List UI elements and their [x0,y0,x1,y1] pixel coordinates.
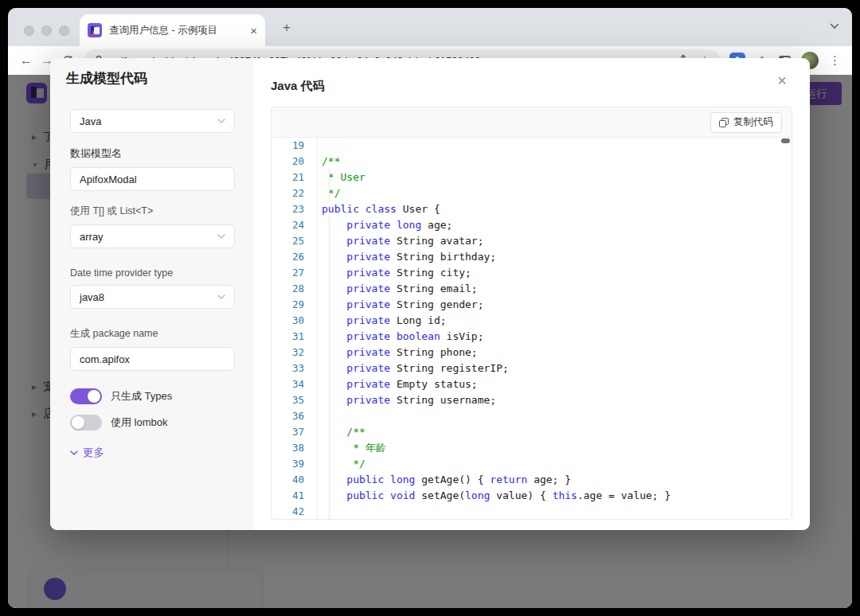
line-content: private String username; [318,392,792,408]
toggle-label: 使用 lombok [111,415,168,430]
window-controls[interactable] [24,25,69,36]
chevron-down-icon [217,234,225,239]
line-number: 26 [272,249,318,265]
copy-code-button[interactable]: 复制代码 [710,112,782,133]
line-content [318,504,792,519]
line-content [318,138,792,154]
code-line: 32 private String phone; [272,345,792,361]
line-content: private Long id; [318,313,792,329]
chevron-down-icon[interactable] [830,23,839,29]
array-type-select[interactable]: array [70,224,235,248]
line-number: 33 [272,361,318,376]
line-number: 30 [272,313,318,329]
line-content: private boolean isVip; [318,329,792,345]
browser-window: 查询用户信息 - 示例项目 × + ← → apifox.cn/apidoc/s… [8,8,852,608]
line-content: public class User { [318,201,792,217]
code-line: 31 private boolean isVip; [272,329,792,345]
tab-close-icon[interactable]: × [250,24,257,37]
line-number: 35 [272,392,318,408]
line-number: 31 [272,329,318,345]
package-name-input-wrap [70,347,235,371]
toggle-switch[interactable] [70,388,102,404]
code-panel-title: Java 代码 [271,79,325,94]
line-content: */ [318,185,792,201]
line-content: private String city; [318,265,792,281]
line-number: 39 [272,456,318,472]
language-select[interactable]: Java [70,109,235,133]
line-number: 28 [272,281,318,297]
line-number: 25 [272,233,318,249]
line-content: public long getAge() { return age; } [318,472,792,488]
chevron-down-icon [70,450,78,455]
line-content: * 年龄 [318,440,792,456]
line-content: private long age; [318,217,792,233]
line-content: private Empty status; [318,376,792,392]
generate-code-modal: 生成模型代码 Java 数据模型名 使用 T[] 或 List<T> array… [50,58,810,530]
modal-title: 生成模型代码 [66,69,235,88]
package-name-input[interactable] [80,353,225,365]
code-line: 26 private String birthday; [272,249,792,265]
code-line: 40 public long getAge() { return age; } [272,472,792,488]
toggle-label: 只生成 Types [111,389,172,404]
apifox-favicon-icon [88,23,102,37]
line-content: private String gender; [318,297,792,313]
toggle-row: 只生成 Types [70,386,235,407]
close-window-button[interactable] [24,25,34,36]
code-toolbar: 复制代码 [272,107,792,138]
line-content: /** [318,424,792,440]
model-name-input[interactable] [80,173,225,185]
browser-menu-icon[interactable]: ⋮ [829,53,841,68]
line-number: 37 [272,424,318,440]
code-line: 35 private String username; [272,392,792,408]
toggle-row: 使用 lombok [70,412,235,433]
new-tab-button[interactable]: + [283,20,291,36]
code-line: 42 [272,504,792,519]
line-number: 40 [272,472,318,488]
close-icon[interactable]: × [777,72,787,90]
datetime-provider-select[interactable]: java8 [70,285,235,309]
browser-tab[interactable]: 查询用户信息 - 示例项目 × [80,14,265,46]
code-line: 30 private Long id; [272,313,792,329]
chevron-down-icon [217,294,225,299]
more-options-link[interactable]: 更多 [70,446,235,460]
code-line: 39 */ [272,456,792,472]
model-name-input-wrap [70,167,235,191]
code-line: 22 */ [272,185,792,201]
model-name-label: 数据模型名 [70,146,235,161]
line-number: 38 [272,440,318,456]
line-content: /** [318,154,792,170]
code-options-panel: 生成模型代码 Java 数据模型名 使用 T[] 或 List<T> array… [50,58,253,530]
line-number: 21 [272,170,318,185]
line-number: 27 [272,265,318,281]
code-line: 28 private String email; [272,281,792,297]
code-line: 41 public void setAge(long value) { this… [272,488,792,504]
line-number: 19 [272,138,318,154]
code-line: 27 private String city; [272,265,792,281]
chevron-down-icon [217,119,225,123]
maximize-window-button[interactable] [59,25,69,36]
back-icon[interactable]: ← [16,53,37,68]
code-preview-panel: Java 代码 × 复制代码 1920/**21 * User22 */23pu… [253,58,810,530]
line-number: 34 [272,376,318,392]
code-line: 19 [272,138,792,154]
line-content: private String phone; [318,345,792,361]
tab-title: 查询用户信息 - 示例项目 [109,24,245,37]
line-number: 36 [272,408,318,424]
code-line: 25 private String avatar; [272,233,792,249]
code-lines[interactable]: 1920/**21 * User22 */23public class User… [272,138,792,519]
line-content: private String birthday; [318,249,792,265]
code-line: 20/** [272,154,792,170]
code-line: 37 /** [272,424,792,440]
line-number: 20 [272,154,318,170]
line-number: 29 [272,297,318,313]
line-number: 42 [272,504,318,519]
code-line: 24 private long age; [272,217,792,233]
line-content: private String email; [318,281,792,297]
line-content: * User [318,170,792,185]
line-content: */ [318,456,792,472]
minimize-window-button[interactable] [41,25,52,36]
toggle-switch[interactable] [70,415,102,431]
line-number: 41 [272,488,318,504]
array-type-label: 使用 T[] 或 List<T> [70,205,235,218]
code-line: 34 private Empty status; [272,376,792,392]
